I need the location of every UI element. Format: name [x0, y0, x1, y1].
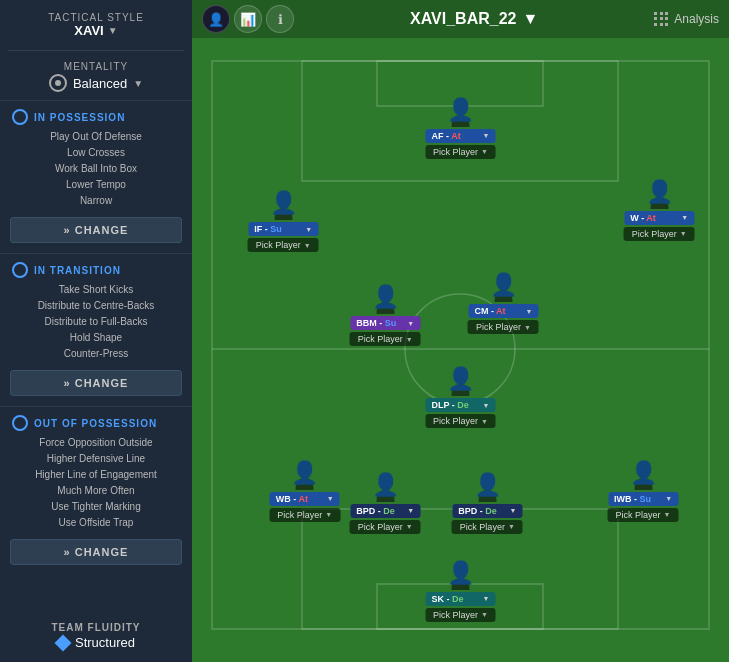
section-item: Distribute to Centre-Backs	[12, 298, 180, 314]
player-card-cb1: BPD - De▼Pick Player▼	[350, 472, 421, 534]
role-badge-cb1[interactable]: BPD - De▼	[350, 504, 420, 518]
change-chevron-3	[64, 546, 71, 558]
pick-player-btn-cm1[interactable]: Pick Player▼	[350, 332, 421, 346]
mentality-text: Balanced	[73, 76, 127, 91]
out-of-possession-change-btn[interactable]: CHANGE	[10, 539, 182, 565]
in-transition-title: IN TRANSITION	[34, 265, 121, 276]
svg-point-7	[455, 562, 465, 572]
player-figure-cb2	[473, 472, 501, 502]
pick-player-btn-gk[interactable]: Pick Player▼	[425, 608, 496, 622]
pick-player-btn-rw[interactable]: Pick Player▼	[624, 227, 695, 241]
pitch-header: 👤 📊 ℹ XAVI_BAR_22 ▼ Analysis	[192, 0, 729, 38]
divider-1	[8, 50, 184, 51]
out-of-possession-change-label: CHANGE	[75, 546, 129, 558]
section-item: Distribute to Full-Backs	[12, 314, 180, 330]
change-chevron-1	[64, 224, 71, 236]
player-figure-lw	[269, 190, 297, 220]
player-figure-lb	[291, 460, 319, 490]
svg-point-8	[300, 462, 310, 472]
sep-2	[0, 253, 192, 254]
svg-point-9	[380, 474, 390, 484]
pick-player-btn-lw[interactable]: Pick Player▼	[248, 238, 319, 252]
in-possession-title: IN POSSESSION	[34, 112, 125, 123]
change-chevron-2	[64, 377, 71, 389]
mentality-icon	[49, 74, 67, 92]
section-item: Low Crosses	[12, 145, 180, 161]
section-item: Force Opposition Outside	[12, 435, 180, 451]
pick-player-btn-rb[interactable]: Pick Player▼	[608, 508, 679, 522]
formation-title[interactable]: XAVI_BAR_22 ▼	[410, 10, 538, 28]
analysis-btn[interactable]: Analysis	[654, 12, 719, 26]
formation-name: XAVI_BAR_22	[410, 10, 516, 28]
mentality-arrow: ▼	[133, 78, 143, 89]
player-figure-dm	[446, 366, 474, 396]
role-badge-cm1[interactable]: BBM - Su▼	[350, 316, 420, 330]
pick-player-btn-cb2[interactable]: Pick Player▼	[452, 520, 523, 534]
sep-3	[0, 406, 192, 407]
person-view-btn[interactable]: 👤	[202, 5, 230, 33]
player-card-cm2: CM - At▼Pick Player▼	[468, 272, 539, 334]
tactical-style-arrow: ▼	[108, 25, 118, 36]
section-item: Lower Tempo	[12, 177, 180, 193]
player-card-rw: W - At▼Pick Player▼	[624, 179, 695, 241]
tactical-style-label: TACTICAL STYLE	[0, 12, 192, 23]
svg-point-13	[380, 286, 390, 296]
section-item: Hold Shape	[12, 330, 180, 346]
pick-player-btn-cb1[interactable]: Pick Player▼	[350, 520, 421, 534]
pick-player-btn-dm[interactable]: Pick Player▼	[425, 414, 496, 428]
out-of-possession-icon	[12, 415, 28, 431]
diamond-icon	[55, 634, 72, 651]
player-card-lw: IF - Su▼Pick Player▼	[248, 190, 319, 252]
in-possession-items: Play Out Of DefenseLow CrossesWork Ball …	[0, 127, 192, 211]
role-badge-cm2[interactable]: CM - At▼	[468, 304, 538, 318]
player-card-rb: IWB - Su▼Pick Player▼	[608, 460, 679, 522]
svg-point-14	[498, 274, 508, 284]
tactical-style-value[interactable]: XAVI ▼	[0, 23, 192, 38]
svg-point-15	[278, 192, 288, 202]
role-badge-rw[interactable]: W - At▼	[624, 211, 694, 225]
role-badge-cb2[interactable]: BPD - De▼	[452, 504, 522, 518]
section-item: Take Short Kicks	[12, 282, 180, 298]
in-possession-change-btn[interactable]: CHANGE	[10, 217, 182, 243]
role-badge-lw[interactable]: IF - Su▼	[248, 222, 318, 236]
fluidity-text: Structured	[75, 635, 135, 650]
svg-point-17	[455, 99, 465, 109]
player-figure-st	[446, 97, 474, 127]
header-icons: 👤 📊 ℹ	[202, 5, 294, 33]
info-view-btn[interactable]: ℹ	[266, 5, 294, 33]
player-card-st: AF - At▼Pick Player▼	[425, 97, 496, 159]
in-transition-header: IN TRANSITION	[0, 256, 192, 280]
role-badge-rb[interactable]: IWB - Su▼	[608, 492, 678, 506]
pick-player-btn-lb[interactable]: Pick Player▼	[269, 508, 340, 522]
mentality-value[interactable]: Balanced ▼	[0, 74, 192, 92]
role-badge-lb[interactable]: WB - At▼	[270, 492, 340, 506]
svg-point-16	[654, 181, 664, 191]
section-item: Higher Line of Engagement	[12, 467, 180, 483]
player-figure-gk	[446, 560, 474, 590]
out-of-possession-header: OUT OF POSSESSION	[0, 409, 192, 433]
chart-view-btn[interactable]: 📊	[234, 5, 262, 33]
player-card-gk: SK - De▼Pick Player▼	[425, 560, 496, 622]
in-transition-change-btn[interactable]: CHANGE	[10, 370, 182, 396]
in-transition-icon	[12, 262, 28, 278]
role-badge-gk[interactable]: SK - De▼	[425, 592, 495, 606]
player-figure-cm2	[489, 272, 517, 302]
pick-player-btn-st[interactable]: Pick Player▼	[425, 145, 496, 159]
section-item: Narrow	[12, 193, 180, 209]
formation-dropdown-arrow: ▼	[522, 10, 538, 28]
pick-player-btn-cm2[interactable]: Pick Player▼	[468, 320, 539, 334]
analysis-label: Analysis	[674, 12, 719, 26]
fluidity-label: TEAM FLUIDITY	[12, 622, 180, 633]
in-transition-change-label: CHANGE	[75, 377, 129, 389]
role-badge-st[interactable]: AF - At▼	[425, 129, 495, 143]
pitch-panel: 👤 📊 ℹ XAVI_BAR_22 ▼ Analysis SK - De▼Pic…	[192, 0, 729, 662]
tactical-style-text: XAVI	[74, 23, 103, 38]
role-badge-dm[interactable]: DLP - De▼	[425, 398, 495, 412]
player-figure-rb	[629, 460, 657, 490]
in-possession-change-label: CHANGE	[75, 224, 129, 236]
in-possession-icon	[12, 109, 28, 125]
player-card-lb: WB - At▼Pick Player▼	[269, 460, 340, 522]
section-item: Much More Often	[12, 483, 180, 499]
section-item: Work Ball Into Box	[12, 161, 180, 177]
fluidity-section: TEAM FLUIDITY Structured	[0, 616, 192, 654]
